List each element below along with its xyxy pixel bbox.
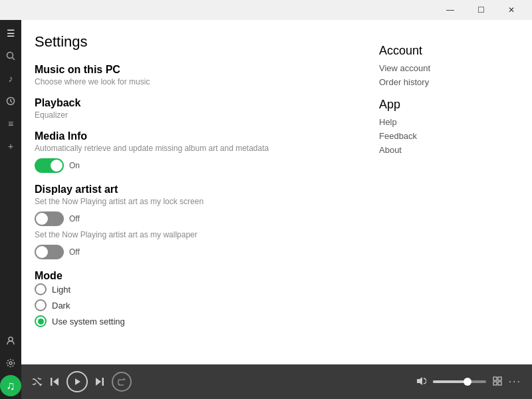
- grid-view-button[interactable]: [493, 376, 502, 388]
- mode-section: Mode Light Dark Use system setting: [35, 270, 352, 327]
- playback-heading[interactable]: Playback: [35, 97, 352, 109]
- svg-rect-15: [498, 382, 501, 385]
- mode-dark-label: Dark: [52, 301, 70, 311]
- display-artist-art-sub2: Set the Now Playing artist art as my wal…: [35, 230, 352, 239]
- minimize-button[interactable]: —: [435, 0, 466, 20]
- player-bar: ···: [21, 364, 532, 399]
- display-artist-art-heading: Display artist art: [35, 184, 352, 196]
- media-info-toggle-thumb: [51, 160, 63, 172]
- mode-system-row: Use system setting: [35, 315, 352, 327]
- wallpaper-toggle-row: Off: [35, 245, 352, 259]
- main-layout: ☰ ♪ ≡ + ♫: [0, 20, 532, 399]
- feedback-link[interactable]: Feedback: [379, 131, 512, 141]
- sidebar-history-icon[interactable]: [0, 90, 21, 112]
- repeat-button[interactable]: [112, 372, 132, 392]
- svg-rect-12: [493, 377, 497, 380]
- player-controls: [32, 371, 132, 392]
- volume-slider[interactable]: [433, 380, 486, 383]
- lock-screen-toggle-row: Off: [35, 211, 352, 226]
- svg-rect-14: [493, 382, 497, 385]
- media-info-toggle-row: On: [35, 158, 352, 173]
- playback-sub: Equalizer: [35, 110, 352, 120]
- mode-light-label: Light: [52, 285, 70, 295]
- volume-thumb: [464, 378, 471, 386]
- media-info-section: Media Info Automatically retrieve and up…: [35, 130, 352, 173]
- sidebar-menu-icon[interactable]: ☰: [0, 23, 21, 44]
- lock-screen-toggle[interactable]: [35, 211, 64, 226]
- mode-light-radio[interactable]: [35, 283, 47, 295]
- svg-marker-6: [53, 378, 59, 386]
- account-title: Account: [379, 44, 512, 58]
- sidebar-profile-icon[interactable]: [0, 330, 21, 351]
- display-artist-art-sub1: Set the Now Playing artist art as my loc…: [35, 197, 352, 206]
- mode-light-row: Light: [35, 283, 352, 295]
- player-right: ···: [416, 376, 521, 388]
- playback-section: Playback Equalizer: [35, 97, 352, 120]
- media-info-heading: Media Info: [35, 130, 352, 142]
- media-info-sub: Automatically retrieve and update missin…: [35, 144, 352, 153]
- content-area: Settings Music on this PC Choose where w…: [21, 20, 532, 399]
- music-on-pc-sub: Choose where we look for music: [35, 77, 352, 86]
- prev-button[interactable]: [49, 376, 60, 387]
- view-account-link[interactable]: View account: [379, 63, 512, 73]
- settings-scroll: Settings Music on this PC Choose where w…: [21, 20, 532, 364]
- volume-icon: [416, 376, 426, 388]
- svg-point-3: [9, 337, 13, 341]
- wallpaper-toggle[interactable]: [35, 245, 64, 259]
- sidebar-settings-icon[interactable]: [0, 352, 21, 374]
- more-options-button[interactable]: ···: [509, 376, 521, 388]
- mode-system-radio[interactable]: [35, 315, 47, 327]
- sidebar-add-icon[interactable]: +: [0, 136, 21, 157]
- svg-marker-8: [75, 378, 80, 385]
- settings-left: Settings Music on this PC Choose where w…: [35, 33, 352, 351]
- page-title: Settings: [35, 33, 352, 51]
- svg-marker-9: [96, 378, 101, 386]
- close-button[interactable]: ✕: [496, 0, 527, 20]
- sidebar-search-icon[interactable]: [0, 45, 21, 66]
- svg-marker-11: [417, 377, 422, 385]
- mode-dark-row: Dark: [35, 299, 352, 311]
- music-on-pc-heading[interactable]: Music on this PC: [35, 64, 352, 76]
- music-on-pc-section: Music on this PC Choose where we look fo…: [35, 64, 352, 86]
- svg-rect-13: [498, 377, 501, 380]
- title-bar: — ☐ ✕: [0, 0, 532, 20]
- mode-system-radio-inner: [38, 319, 44, 325]
- play-button[interactable]: [66, 371, 88, 392]
- help-link[interactable]: Help: [379, 117, 512, 127]
- mode-heading: Mode: [35, 270, 352, 282]
- svg-point-5: [7, 360, 15, 367]
- next-button[interactable]: [94, 376, 105, 387]
- display-artist-art-section: Display artist art Set the Now Playing a…: [35, 184, 352, 259]
- svg-rect-7: [51, 378, 53, 386]
- volume-fill: [433, 380, 467, 383]
- lock-screen-toggle-thumb: [36, 213, 48, 225]
- svg-point-4: [9, 362, 12, 364]
- wallpaper-toggle-label: Off: [69, 247, 80, 257]
- media-info-toggle[interactable]: [35, 158, 64, 173]
- settings-right: Account View account Order history App H…: [379, 33, 512, 351]
- mode-dark-radio[interactable]: [35, 299, 47, 311]
- sidebar-music-icon[interactable]: ♪: [0, 68, 21, 89]
- mode-system-label: Use system setting: [52, 317, 125, 327]
- wallpaper-toggle-thumb: [36, 246, 48, 258]
- sidebar: ☰ ♪ ≡ + ♫: [0, 20, 21, 399]
- sidebar-spotify-icon[interactable]: ♫: [0, 375, 21, 396]
- sidebar-list-icon[interactable]: ≡: [0, 113, 21, 134]
- order-history-link[interactable]: Order history: [379, 77, 512, 87]
- lock-screen-toggle-label: Off: [69, 214, 80, 223]
- media-info-toggle-label: On: [69, 161, 80, 170]
- about-link[interactable]: About: [379, 145, 512, 155]
- svg-point-0: [7, 53, 13, 59]
- maximize-button[interactable]: ☐: [466, 0, 496, 20]
- app-title: App: [379, 98, 512, 112]
- shuffle-button[interactable]: [32, 376, 43, 387]
- svg-rect-10: [102, 378, 104, 386]
- svg-line-1: [13, 58, 15, 61]
